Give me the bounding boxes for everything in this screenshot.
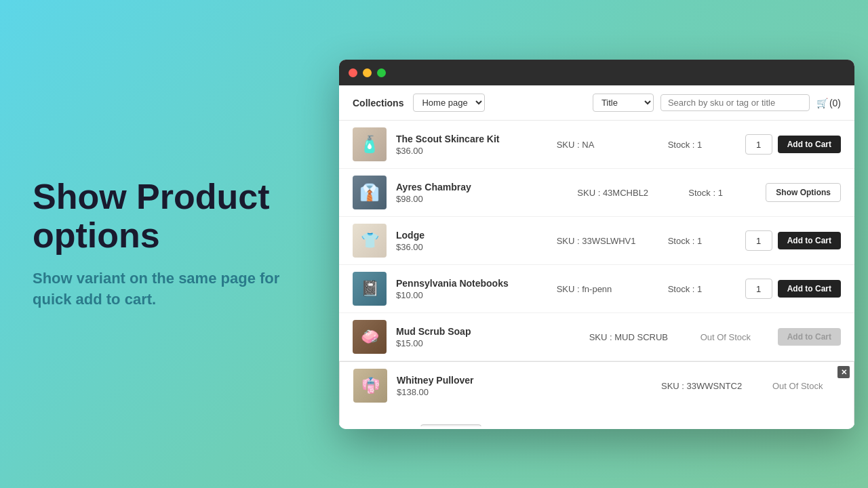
product-info: Lodge$36.00	[396, 230, 547, 252]
product-stock: Stock : 1	[668, 236, 736, 246]
product-actions: Show Options	[766, 183, 841, 202]
product-sku: SKU : 43MCHBL2	[577, 188, 679, 198]
product-name: Pennsylvania Notebooks	[396, 278, 547, 289]
add-to-cart-button[interactable]: Add to Cart	[778, 328, 841, 346]
expanded-product-top-row: Whitney Pullover$138.00SKU : 33WWSNTC2Ou…	[340, 362, 854, 409]
add-to-cart-button[interactable]: Add to Cart	[778, 136, 841, 153]
traffic-light-yellow[interactable]	[363, 68, 372, 77]
product-image-scout-skincare	[353, 127, 387, 161]
size-select[interactable]: SMLXL	[420, 424, 481, 426]
product-actions: Add to Cart	[745, 134, 841, 155]
left-panel: Show Product options Show variant on the…	[33, 178, 317, 310]
collections-label: Collections	[353, 98, 403, 108]
product-info: Pennsylvania Notebooks$10.00	[396, 278, 547, 300]
main-subtext: Show variant on the same page for quick …	[33, 268, 317, 310]
cart-icon-area[interactable]: 🛒 (0)	[816, 98, 841, 108]
product-row: Mud Scrub Soap$15.00SKU : MUD SCRUBOut O…	[339, 313, 854, 361]
product-list: The Scout Skincare Kit$36.00SKU : NAStoc…	[339, 121, 854, 426]
product-price: $10.00	[396, 290, 547, 300]
product-row: The Scout Skincare Kit$36.00SKU : NAStoc…	[339, 121, 854, 169]
main-heading: Show Product options	[33, 178, 317, 255]
product-stock: Out Of Stock	[772, 381, 840, 391]
cart-icon: 🛒	[816, 98, 828, 108]
product-row: Lodge$36.00SKU : 33WSLWHV1Stock : 1Add t…	[339, 217, 854, 265]
product-actions: Add to Cart	[745, 230, 841, 251]
product-stock: Stock : 1	[668, 284, 736, 294]
add-to-cart-button[interactable]: Add to Cart	[778, 232, 841, 249]
product-image-lodge	[353, 224, 387, 258]
product-name: Lodge	[396, 230, 547, 241]
product-stock: Out Of Stock	[701, 332, 768, 342]
browser-window: Collections Home page Title 🛒 (0) The Sc…	[339, 60, 854, 429]
add-to-cart-button[interactable]: Add to Cart	[778, 280, 841, 298]
product-sku: SKU : 33WSLWHV1	[557, 236, 658, 246]
traffic-light-green[interactable]	[377, 68, 386, 77]
show-options-button[interactable]: Show Options	[766, 183, 841, 202]
product-sku: SKU : NA	[557, 140, 658, 150]
quantity-input[interactable]	[745, 230, 772, 251]
product-price: $36.00	[396, 146, 547, 156]
browser-titlebar	[339, 60, 854, 85]
product-actions: Add to Cart	[778, 328, 841, 346]
title-sort-dropdown[interactable]: Title	[593, 94, 654, 112]
product-name: The Scout Skincare Kit	[396, 134, 547, 144]
product-info: Ayres Chambray$98.00	[396, 182, 568, 204]
size-option-row: SizeSMLXL	[397, 424, 840, 426]
quantity-input[interactable]	[745, 279, 772, 299]
product-price: $15.00	[396, 338, 580, 348]
product-stock: Stock : 1	[668, 140, 736, 150]
product-info: The Scout Skincare Kit$36.00	[396, 134, 547, 156]
homepage-dropdown[interactable]: Home page	[413, 94, 485, 112]
product-price: $98.00	[396, 194, 568, 204]
product-info: Mud Scrub Soap$15.00	[396, 326, 580, 348]
product-image-ayres-chambray	[353, 176, 387, 209]
search-input[interactable]	[660, 94, 810, 111]
product-sku: SKU : MUD SCRUB	[589, 332, 691, 342]
expanded-options-area: SizeSMLXLAdd to Cart	[340, 419, 854, 426]
product-sku: SKU : fn-penn	[557, 284, 658, 294]
product-price: $36.00	[396, 242, 547, 252]
close-expanded-button[interactable]: ✕	[837, 366, 850, 378]
product-image-pennsylvania-notebooks	[353, 272, 387, 306]
traffic-light-red[interactable]	[349, 68, 357, 77]
product-name: Ayres Chambray	[396, 182, 568, 192]
product-name: Whitney Pullover	[397, 375, 652, 386]
product-row: Pennsylvania Notebooks$10.00SKU : fn-pen…	[339, 265, 854, 313]
quantity-input[interactable]	[745, 134, 772, 155]
product-price: $138.00	[397, 387, 652, 397]
product-info: Whitney Pullover$138.00	[397, 375, 652, 397]
product-stock: Stock : 1	[688, 188, 756, 198]
product-name: Mud Scrub Soap	[396, 326, 580, 337]
product-row: Ayres Chambray$98.00SKU : 43MCHBL2Stock …	[339, 169, 854, 217]
product-row-expanded: ✕Whitney Pullover$138.00SKU : 33WWSNTC2O…	[339, 361, 854, 426]
toolbar: Collections Home page Title 🛒 (0)	[339, 85, 854, 121]
product-image-mud-scrub-soap	[353, 320, 387, 354]
cart-count: (0)	[829, 98, 841, 108]
product-sku: SKU : 33WWSNTC2	[661, 381, 763, 391]
app-content: Collections Home page Title 🛒 (0) The Sc…	[339, 85, 854, 429]
product-actions: Add to Cart	[745, 279, 841, 299]
product-image-whitney-pullover	[353, 369, 387, 403]
